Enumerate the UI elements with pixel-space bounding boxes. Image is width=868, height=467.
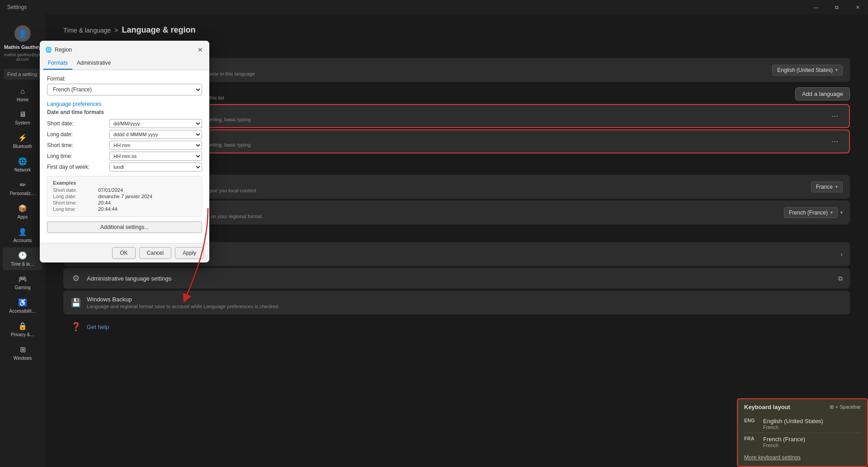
- restore-button[interactable]: ⧉: [826, 0, 847, 14]
- language-prefs-link[interactable]: Language preferences: [47, 101, 101, 107]
- keyboard-lang-code: FRA: [744, 436, 759, 441]
- admin-lang-label: Administrative language settings: [87, 275, 833, 282]
- titlebar: Settings — ⧉ ✕: [0, 0, 868, 14]
- sidebar-item-apps[interactable]: 📦 Apps: [3, 200, 42, 223]
- network-icon: 🌐: [18, 157, 27, 166]
- page-title: Language & region: [122, 25, 196, 35]
- personalize-icon: ✏: [20, 181, 26, 189]
- minimize-button[interactable]: —: [806, 0, 826, 14]
- gaming-icon: 🎮: [18, 275, 27, 283]
- long-date-select[interactable]: dddd d MMMM yyyy: [109, 130, 202, 139]
- long-time-label: Long time:: [47, 152, 106, 161]
- sidebar-item-network[interactable]: 🌐 Network: [3, 153, 42, 176]
- sidebar-item-windows[interactable]: ⊞ Windows: [3, 342, 42, 364]
- sidebar-item-label: System: [15, 120, 30, 125]
- sidebar-item-label: Network: [14, 167, 31, 172]
- backup-row[interactable]: 💾 Windows Backup Language and regional f…: [63, 291, 850, 315]
- sidebar-item-label: Apps: [18, 214, 28, 219]
- dialog-titlebar: 🌐 Region ✕: [40, 41, 209, 57]
- dialog-close-button[interactable]: ✕: [195, 44, 206, 55]
- sidebar-item-personalize[interactable]: ✏ Personaliz…: [3, 177, 42, 200]
- sidebar-item-accounts[interactable]: 👤 Accounts: [3, 224, 42, 247]
- keyboard-item-english[interactable]: ENG English (United States) French: [744, 415, 861, 433]
- keyboard-lang-sub: French: [763, 443, 805, 448]
- user-name: Mathis Gauthey: [4, 44, 41, 50]
- home-icon: ⌂: [20, 87, 25, 95]
- ok-button[interactable]: OK: [112, 247, 135, 259]
- privacy-icon: 🔒: [18, 322, 27, 330]
- region-dialog: 🌐 Region ✕ Formats Administrative Format…: [40, 41, 209, 262]
- keyboard-lang-name: French (France): [763, 436, 805, 443]
- sidebar-item-label: Home: [17, 97, 29, 102]
- sidebar-item-bluetooth[interactable]: ⚡ Bluetooth: [3, 130, 42, 152]
- apply-button[interactable]: Apply: [175, 247, 204, 259]
- sidebar-item-system[interactable]: 🖥 System: [3, 107, 42, 129]
- backup-desc: Language and regional format save to acc…: [87, 304, 843, 309]
- sidebar-item-home[interactable]: ⌂ Home: [3, 84, 42, 106]
- format-select[interactable]: French (France): [47, 84, 202, 95]
- tab-administrative[interactable]: Administrative: [72, 57, 115, 70]
- sidebar-item-gaming[interactable]: 🎮 Gaming: [3, 271, 42, 294]
- language-more-button[interactable]: ···: [828, 110, 842, 123]
- add-language-button[interactable]: Add a language: [795, 87, 850, 100]
- short-date-select[interactable]: dd/MM/yyyy: [109, 119, 202, 128]
- long-time-select[interactable]: HH:mm:ss: [109, 152, 202, 161]
- more-keyboard-settings-link[interactable]: More keyboard settings: [744, 454, 861, 461]
- admin-lang-icon: ⚙: [71, 273, 81, 283]
- sidebar-item-label: Accessibilit…: [9, 309, 36, 314]
- close-button[interactable]: ✕: [847, 0, 868, 14]
- region-icon: 🌐: [45, 47, 52, 53]
- tab-formats[interactable]: Formats: [43, 57, 72, 70]
- sidebar-item-label: Personaliz…: [10, 191, 36, 196]
- country-dropdown[interactable]: France ▾: [811, 181, 843, 192]
- help-icon: ❓: [71, 322, 81, 332]
- example-short-time: Short time: 20:44: [53, 200, 196, 205]
- system-icon: 🖥: [19, 110, 26, 119]
- sidebar-item-privacy[interactable]: 🔒 Privacy &…: [3, 318, 42, 341]
- accounts-icon: 👤: [18, 228, 27, 236]
- chevron-down-icon: ▾: [835, 184, 838, 189]
- get-help-row[interactable]: ❓ Get help: [63, 316, 850, 337]
- sidebar-item-time[interactable]: 🕐 Time & la…: [3, 248, 42, 270]
- keyboard-layout-popup: Keyboard layout ⊞ + Spacebar ENG English…: [737, 398, 868, 467]
- chevron-down-icon: ▾: [835, 67, 838, 72]
- windows-display-dropdown[interactable]: English (United States) ▾: [772, 65, 843, 76]
- windows-display-value: English (United States): [777, 67, 833, 73]
- datetime-section-title: Date and time formats: [47, 109, 202, 115]
- keyboard-lang-name: English (United States): [763, 418, 823, 424]
- breadcrumb: Time & language > Language & region: [63, 25, 850, 35]
- short-time-select[interactable]: HH:mm: [109, 141, 202, 150]
- apps-icon: 📦: [18, 204, 27, 213]
- regional-dropdown[interactable]: French (France) ▾: [784, 207, 838, 218]
- avatar: 👤: [14, 25, 31, 42]
- sidebar-item-accessibility[interactable]: ♿ Accessibilit…: [3, 295, 42, 317]
- keyboard-popup-header: Keyboard layout ⊞ + Spacebar: [744, 404, 861, 410]
- windows-icon: ⊞: [20, 345, 26, 354]
- user-section: 👤 Mathis Gauthey mathis.gauthey@gmail.co…: [0, 18, 45, 67]
- chevron-right-icon: ›: [840, 251, 843, 258]
- language-more-button[interactable]: ···: [828, 135, 842, 148]
- accessibility-icon: ♿: [18, 298, 27, 307]
- search-button[interactable]: Find a setting: [4, 69, 42, 80]
- dialog-footer: OK Cancel Apply: [40, 243, 209, 262]
- admin-lang-row[interactable]: ⚙ Administrative language settings ⧉: [63, 268, 850, 289]
- short-date-label: Short date:: [47, 119, 106, 128]
- first-day-label: First day of week:: [47, 162, 106, 172]
- regional-value: French (France): [789, 210, 828, 216]
- example-long-date: Long date: dimanche 7 janvier 2024: [53, 194, 196, 199]
- additional-settings-button[interactable]: Additional settings...: [47, 221, 202, 233]
- keyboard-lang-sub: French: [763, 424, 823, 430]
- dialog-tabs: Formats Administrative: [40, 57, 209, 70]
- sidebar-item-label: Accounts: [13, 238, 32, 243]
- breadcrumb-parent: Time & language: [63, 27, 111, 34]
- first-day-select[interactable]: lundi: [109, 162, 202, 172]
- expand-icon: ▾: [840, 210, 843, 215]
- long-date-label: Long date:: [47, 130, 106, 139]
- cancel-button[interactable]: Cancel: [139, 247, 171, 259]
- backup-icon: 💾: [71, 298, 81, 308]
- format-label: Format:: [47, 76, 202, 82]
- bluetooth-icon: ⚡: [18, 133, 27, 142]
- example-long-time: Long time: 20:44:44: [53, 206, 196, 212]
- keyboard-item-french[interactable]: FRA French (France) French: [744, 433, 861, 451]
- examples-title: Examples: [53, 180, 196, 186]
